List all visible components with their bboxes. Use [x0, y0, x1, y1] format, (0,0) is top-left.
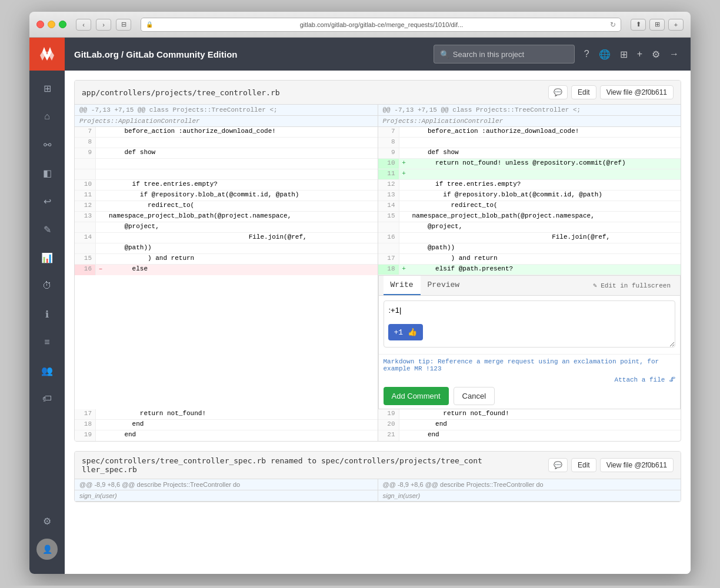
edit-button-2[interactable]: Edit	[571, 458, 596, 472]
sidebar-item-activity[interactable]: ⌂	[29, 103, 65, 129]
fullscreen-icon[interactable]: ⊞	[649, 19, 665, 31]
pen-icon: ✎	[44, 224, 51, 235]
comment-textarea[interactable]: :+1|	[384, 300, 676, 348]
diff-code: if @repository.blob_at(@commit.id, @path…	[409, 191, 681, 201]
sidebar-item-dashboard[interactable]: ⊞	[29, 75, 65, 101]
sidebar-item-edit[interactable]: ✎	[29, 216, 65, 242]
sidebar-item-projects[interactable]: ◧	[29, 160, 65, 186]
gitlab-logo[interactable]	[29, 38, 65, 71]
table-row: @path))	[75, 243, 378, 254]
diff-sign: +	[399, 159, 409, 169]
table-row: 17 ) and return	[378, 254, 681, 265]
diff-sign	[96, 212, 105, 222]
attach-file-link[interactable]: Attach a file 🖇	[384, 376, 676, 383]
sidebar-item-undo[interactable]: ↩	[29, 188, 65, 214]
tab-write[interactable]: Write	[384, 276, 421, 295]
line-num: 7	[75, 127, 96, 137]
comment-footer: Markdown tip: Reference a merge request …	[379, 354, 681, 409]
gear-button[interactable]: ⚙	[649, 46, 662, 62]
diff-sign	[399, 212, 409, 222]
share-button[interactable]: ⬆	[631, 19, 646, 31]
diff-code: def show	[409, 148, 681, 158]
view-file-button-2[interactable]: View file @2f0b611	[600, 458, 674, 472]
diff-code: return not_found!	[409, 409, 681, 419]
line-num	[378, 222, 399, 232]
sidebar-item-settings[interactable]: ⚙	[36, 508, 58, 534]
table-row: 11 if @repository.blob_at(@commit.id, @p…	[75, 191, 378, 201]
minimize-button[interactable]	[48, 21, 55, 28]
diff-code: @project,	[105, 222, 378, 232]
help-button[interactable]: ?	[582, 46, 592, 62]
diff-sign	[399, 138, 409, 148]
line-num: 19	[75, 430, 96, 441]
top-header: GitLab.org / GitLab Community Edition 🔍 …	[65, 38, 691, 71]
tab-preview[interactable]: Preview	[421, 276, 467, 295]
line-num: 18	[378, 265, 399, 275]
table-row: 18 end	[75, 420, 378, 430]
diff-subheader-left-1: Projects::ApplicationController	[75, 116, 378, 127]
diff-code: before_action :authorize_download_code!	[409, 127, 681, 137]
add-tab-button[interactable]: +	[668, 19, 684, 31]
forward-button[interactable]: ›	[96, 19, 111, 31]
view-file-button-1[interactable]: View file @2f0b611	[600, 85, 674, 99]
arrow-right-button[interactable]: →	[667, 46, 681, 62]
sidebar-item-issues[interactable]: ≡	[29, 329, 65, 355]
diff-sign	[96, 180, 105, 190]
maximize-button[interactable]	[59, 21, 66, 28]
sidebar-item-info[interactable]: ℹ	[29, 301, 65, 327]
table-row: 14 redirect_to(	[378, 201, 681, 212]
refresh-button[interactable]: ↻	[610, 21, 616, 29]
diff-code: redirect_to(	[409, 201, 681, 211]
user-avatar[interactable]: 👤	[36, 539, 58, 560]
sidebar-item-labels[interactable]: 🏷	[29, 386, 65, 412]
line-num: 21	[378, 430, 399, 441]
chart-icon: 📊	[41, 252, 53, 263]
sidebar-item-analytics[interactable]: 📊	[29, 245, 65, 270]
line-num: 7	[378, 127, 399, 137]
diff-sign: +	[399, 169, 409, 179]
comment-button-1[interactable]: 💬	[548, 85, 568, 99]
sidebar-item-members[interactable]: 👥	[29, 358, 65, 383]
diff-subheader-right-2: sign_in(user)	[378, 490, 681, 502]
comment-button-2[interactable]: 💬	[548, 458, 568, 472]
table-row: 17 return not_found!	[75, 409, 378, 420]
diff-sign	[399, 201, 409, 211]
diff-code	[105, 159, 378, 169]
emoji-option[interactable]: +1 👍	[394, 328, 417, 337]
back-button[interactable]: ‹	[76, 19, 91, 31]
diff-code: before_action :authorize_download_code!	[105, 127, 378, 137]
line-num: 17	[75, 409, 96, 419]
search-placeholder-text: Search in this project	[453, 50, 524, 59]
fullscreen-edit-button[interactable]: ✎ Edit in fullscreen	[588, 277, 675, 294]
file-section-2: spec/controllers/tree_controller_spec.rb…	[74, 451, 681, 502]
cancel-button[interactable]: Cancel	[454, 387, 495, 405]
repo-button[interactable]: ⊞	[618, 46, 630, 62]
diff-sign	[399, 233, 409, 243]
close-button[interactable]	[36, 21, 44, 28]
line-num: 17	[378, 254, 399, 264]
diff-code: if tree.entries.empty?	[409, 180, 681, 190]
emoji-dropdown[interactable]: +1 👍	[388, 324, 423, 340]
sidebar-toggle-button[interactable]: ⊟	[116, 19, 131, 31]
diff-side-right-1-bottom: 19 return not_found! 20 end	[378, 409, 681, 441]
sidebar-item-groups[interactable]: ⚯	[29, 132, 65, 158]
line-num: 14	[75, 233, 96, 243]
globe-button[interactable]: 🌐	[596, 46, 613, 62]
edit-button-1[interactable]: Edit	[571, 85, 596, 99]
diff-sign	[96, 243, 105, 253]
traffic-lights	[36, 21, 66, 28]
header-search[interactable]: 🔍 Search in this project	[434, 45, 575, 64]
table-row	[75, 169, 378, 180]
diff-code: return not_found! unless @repository.com…	[409, 159, 681, 169]
line-num: 16	[75, 265, 96, 275]
home-icon: ⌂	[44, 111, 50, 122]
url-bar[interactable]: 🔒 gitlab.com/gitlab-org/gitlab-ce/merge_…	[141, 18, 621, 32]
add-button[interactable]: +	[635, 46, 645, 62]
diff-sign: –	[96, 265, 105, 275]
avatar-image: 👤	[42, 544, 52, 554]
line-num: 8	[378, 138, 399, 148]
sidebar-item-time[interactable]: ⏱	[29, 273, 65, 299]
diff-sign	[96, 159, 105, 169]
diff-code: ) and return	[105, 254, 378, 264]
add-comment-button[interactable]: Add Comment	[384, 387, 449, 405]
